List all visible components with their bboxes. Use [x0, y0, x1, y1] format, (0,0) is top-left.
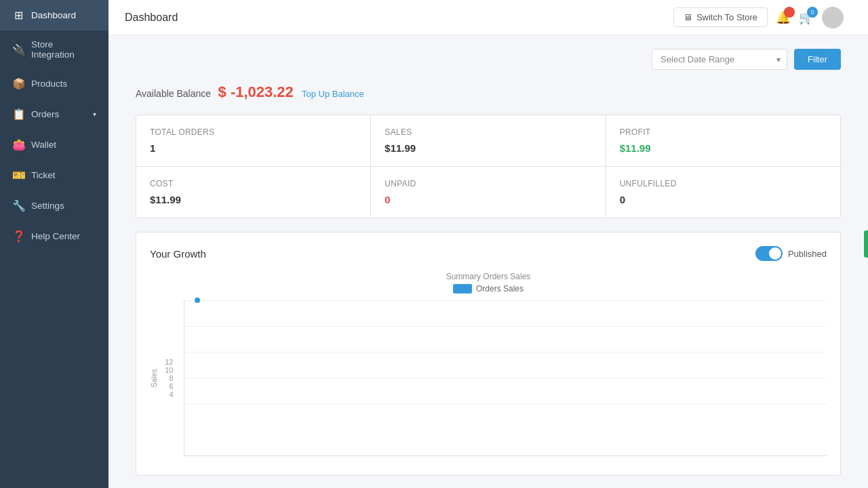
stat-card-profit: PROFIT $11.99 [606, 115, 840, 166]
stat-label-total-orders: TOTAL ORDERS [150, 127, 357, 137]
sidebar-label-orders: Orders [31, 109, 59, 119]
main-content: Dashboard 🖥 Switch To Store 🔔 🛒 0 Se [108, 0, 868, 488]
stat-label-sales: SALES [384, 127, 591, 137]
grid-line [184, 326, 827, 327]
chart-plot [184, 300, 827, 456]
sidebar-item-wallet[interactable]: 👛 Wallet [0, 129, 108, 160]
sidebar-label-ticket: Ticket [31, 170, 56, 180]
sidebar-label-wallet: Wallet [31, 140, 56, 150]
stat-label-unpaid: UNPAID [384, 179, 591, 188]
date-range-wrapper: Select Date Range [652, 49, 787, 70]
stats-grid: TOTAL ORDERS 1 SALES $11.99 PROFIT $11.9… [136, 115, 841, 218]
wallet-icon: 👛 [12, 138, 24, 151]
balance-label: Available Balance [136, 88, 211, 99]
switch-store-button[interactable]: 🖥 Switch To Store [673, 7, 768, 27]
notifications-button[interactable]: 🔔 [776, 10, 791, 25]
stat-label-unfulfilled: UNFULFILLED [620, 179, 827, 188]
growth-section: Your Growth Published Summary Orders Sal… [136, 232, 841, 476]
y-axis: 1210864 [155, 358, 179, 399]
sidebar: ⊞ Dashboard 🔌 Store Integration 📦 Produc… [0, 0, 108, 488]
sidebar-label-store-integration: Store Integration [31, 39, 96, 60]
stat-value-total-orders: 1 [150, 142, 357, 154]
sidebar-item-ticket[interactable]: 🎫 Ticket [0, 160, 108, 190]
stat-card-sales: SALES $11.99 [371, 115, 605, 166]
monitor-icon: 🖥 [684, 12, 692, 22]
y-tick: 12 [155, 358, 174, 366]
chart-title: Summary Orders Sales [150, 272, 827, 281]
chart-data-point [195, 298, 200, 303]
grid-line [184, 352, 827, 352]
chart-area: 1210864 Sales [150, 300, 827, 456]
stat-card-unfulfilled: UNFULFILLED 0 [606, 167, 840, 218]
legend-label: Orders Sales [476, 284, 524, 293]
stat-card-total-orders: TOTAL ORDERS 1 [136, 115, 370, 166]
sidebar-label-products: Products [31, 79, 67, 89]
ticket-icon: 🎫 [12, 169, 24, 182]
stat-value-sales: $11.99 [384, 142, 591, 154]
notification-badge [784, 7, 795, 18]
y-axis-label: Sales [150, 369, 158, 388]
grid-line [184, 378, 827, 379]
store-integration-icon: 🔌 [12, 43, 24, 56]
chevron-icon: ▾ [93, 110, 96, 118]
stat-value-cost: $11.99 [150, 194, 357, 205]
chart-legend: Orders Sales [150, 284, 827, 293]
stat-card-unpaid: UNPAID 0 [371, 167, 605, 218]
sidebar-item-dashboard[interactable]: ⊞ Dashboard [0, 0, 108, 30]
legend-box [453, 284, 472, 293]
sidebar-item-products[interactable]: 📦 Products [0, 68, 108, 99]
published-label: Published [788, 249, 827, 259]
filter-bar: Select Date Range Filter [136, 49, 841, 70]
settings-icon: 🔧 [12, 199, 24, 212]
avatar[interactable] [822, 7, 844, 28]
dashboard-icon: ⊞ [12, 9, 24, 22]
grid-line [184, 300, 827, 301]
y-tick: 4 [155, 390, 174, 399]
right-edge-bar [864, 230, 868, 258]
sidebar-item-help-center[interactable]: ❓ Help Center [0, 221, 108, 251]
header-actions: 🖥 Switch To Store 🔔 🛒 0 [673, 7, 852, 28]
growth-title: Your Growth [150, 248, 206, 260]
chart-container: Summary Orders Sales Orders Sales 121086… [150, 272, 827, 462]
growth-header: Your Growth Published [150, 246, 827, 261]
header: Dashboard 🖥 Switch To Store 🔔 🛒 0 [108, 0, 868, 35]
products-icon: 📦 [12, 77, 24, 90]
page-title: Dashboard [125, 12, 178, 24]
help-center-icon: ❓ [12, 230, 24, 243]
content-area: Select Date Range Filter Available Balan… [108, 35, 868, 488]
published-toggle[interactable] [755, 246, 783, 261]
sidebar-label-help-center: Help Center [31, 231, 80, 241]
published-toggle-wrapper: Published [755, 246, 827, 261]
sidebar-item-orders[interactable]: 📋 Orders ▾ [0, 99, 108, 129]
top-up-link[interactable]: Top Up Balance [302, 89, 364, 99]
stat-label-profit: PROFIT [620, 127, 827, 137]
cart-button[interactable]: 🛒 0 [799, 10, 814, 25]
balance-section: Available Balance $ -1,023.22 Top Up Bal… [136, 83, 841, 101]
sidebar-label-settings: Settings [31, 201, 64, 211]
stat-label-cost: COST [150, 179, 357, 188]
stat-value-profit: $11.99 [620, 142, 827, 154]
stat-value-unpaid: 0 [384, 194, 591, 205]
stat-card-cost: COST $11.99 [136, 167, 370, 218]
orders-icon: 📋 [12, 108, 24, 121]
balance-amount: $ -1,023.22 [218, 83, 298, 100]
filter-button[interactable]: Filter [794, 49, 841, 70]
sidebar-item-store-integration[interactable]: 🔌 Store Integration [0, 30, 108, 68]
grid-line [184, 404, 827, 405]
cart-badge: 0 [807, 7, 818, 18]
stat-value-unfulfilled: 0 [620, 194, 827, 205]
sidebar-label-dashboard: Dashboard [31, 10, 76, 20]
sidebar-item-settings[interactable]: 🔧 Settings [0, 190, 108, 221]
date-range-select[interactable]: Select Date Range [652, 49, 787, 70]
